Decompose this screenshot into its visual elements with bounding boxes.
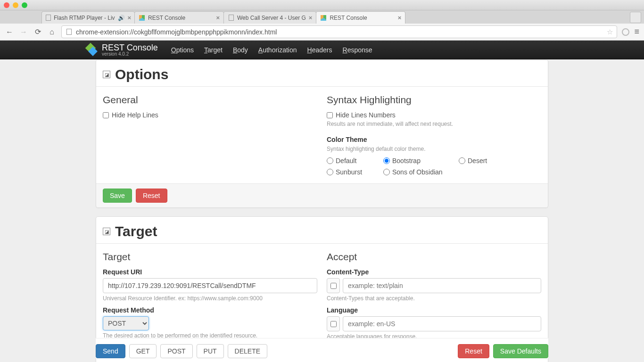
window-zoom-dot[interactable] xyxy=(22,2,27,8)
put-button[interactable]: PUT xyxy=(197,344,224,358)
collapse-icon[interactable]: ◪ xyxy=(103,228,110,235)
brand-title: REST Console xyxy=(102,43,158,52)
close-icon[interactable]: × xyxy=(398,14,402,21)
profile-icon[interactable] xyxy=(622,28,629,36)
home-icon[interactable]: ⌂ xyxy=(47,27,57,37)
theme-sons-of-obsidian[interactable]: Sons of Obsidian xyxy=(383,168,459,176)
request-uri-help: Universal Resource Identifier. ex: https… xyxy=(103,295,317,302)
tab-title: REST Console xyxy=(330,15,367,21)
collapse-icon[interactable]: ◪ xyxy=(103,71,110,78)
rest-console-icon xyxy=(139,15,145,21)
color-theme-label: Color Theme xyxy=(327,136,541,143)
reset-all-button[interactable]: Reset xyxy=(458,344,489,358)
tab-title: Web Call Server 4 - User G xyxy=(237,15,306,21)
theme-default[interactable]: Default xyxy=(327,157,383,165)
mac-titlebar xyxy=(0,0,644,10)
browser-tab[interactable]: Web Call Server 4 - User G × xyxy=(223,11,316,24)
accept-heading: Accept xyxy=(327,251,541,263)
browser-toolbar: ← → ⟳ ⌂ ☆ ≡ xyxy=(0,24,644,41)
address-bar[interactable]: ☆ xyxy=(61,25,617,38)
options-title: Options xyxy=(115,66,168,82)
audio-icon: 🔊 xyxy=(118,15,125,21)
nav-response[interactable]: Response xyxy=(343,46,372,54)
reset-button[interactable]: Reset xyxy=(136,189,167,203)
browser-tab[interactable]: REST Console × xyxy=(134,11,224,24)
page-icon xyxy=(228,15,234,21)
content-type-help: Content-Types that are acceptable. xyxy=(327,295,541,302)
content-type-input[interactable] xyxy=(343,278,541,293)
hide-help-lines-input[interactable] xyxy=(103,112,109,118)
target-title: Target xyxy=(115,223,157,239)
browser-tabstrip: Flash RTMP Player - Liv 🔊 × REST Console… xyxy=(0,10,644,24)
nav-authorization[interactable]: Authorization xyxy=(258,46,297,54)
syntax-hint: Results are not immediate, will affect n… xyxy=(327,121,541,127)
tab-title: Flash RTMP Player - Liv xyxy=(54,15,115,21)
brand-logo-icon xyxy=(85,43,98,57)
browser-tab[interactable]: Flash RTMP Player - Liv 🔊 × xyxy=(41,11,135,24)
brand: REST Console version 4.0.2 xyxy=(85,43,158,57)
send-button[interactable]: Send xyxy=(96,344,125,358)
hide-help-lines-checkbox[interactable]: Hide Help Lines xyxy=(103,111,317,119)
request-uri-label: Request URI xyxy=(103,268,317,276)
close-icon[interactable]: × xyxy=(216,14,220,21)
target-heading: Target xyxy=(103,251,317,263)
nav-options[interactable]: Options xyxy=(171,46,194,54)
browser-tab[interactable]: REST Console × xyxy=(316,11,405,24)
get-button[interactable]: GET xyxy=(129,344,157,358)
chrome-menu-icon[interactable]: ≡ xyxy=(634,27,639,37)
color-theme-hint: Syntax highlighting default color theme. xyxy=(327,146,541,152)
options-panel: ◪ Options General Hide Help Lines Syntax… xyxy=(96,59,548,208)
theme-sunburst[interactable]: Sunburst xyxy=(327,168,383,176)
theme-desert[interactable]: Desert xyxy=(459,157,515,165)
rest-console-icon xyxy=(320,15,327,21)
nav-target[interactable]: Target xyxy=(204,46,223,54)
language-input[interactable] xyxy=(343,316,541,331)
action-bar: Send GET POST PUT DELETE Reset Save Defa… xyxy=(96,338,548,358)
reload-icon[interactable]: ⟳ xyxy=(33,27,42,37)
brand-version: version 4.0.2 xyxy=(102,52,158,57)
delete-button[interactable]: DELETE xyxy=(228,344,267,358)
nav-body[interactable]: Body xyxy=(233,46,248,54)
page-icon xyxy=(46,15,51,21)
hide-line-numbers-checkbox[interactable]: Hide Lines Numbers xyxy=(327,111,541,119)
nav-headers[interactable]: Headers xyxy=(307,46,332,54)
post-button[interactable]: POST xyxy=(160,344,192,358)
back-icon[interactable]: ← xyxy=(5,27,14,37)
general-heading: General xyxy=(103,94,317,106)
syntax-heading: Syntax Highlighting xyxy=(327,94,541,106)
content-type-label: Content-Type xyxy=(327,268,541,276)
forward-icon: → xyxy=(19,27,28,37)
language-enable-checkbox[interactable] xyxy=(330,321,337,327)
hide-line-numbers-input[interactable] xyxy=(327,112,333,118)
bookmark-icon[interactable]: ☆ xyxy=(607,28,613,36)
close-icon[interactable]: × xyxy=(128,14,132,21)
request-method-label: Request Method xyxy=(103,306,317,314)
app-navbar: REST Console version 4.0.2 Options Targe… xyxy=(0,41,644,59)
request-method-select[interactable]: POST xyxy=(103,316,149,330)
url-input[interactable] xyxy=(76,28,603,36)
window-close-dot[interactable] xyxy=(4,2,9,8)
window-minimize-dot[interactable] xyxy=(13,2,18,8)
content-type-enable-checkbox[interactable] xyxy=(330,283,337,289)
nav-links: Options Target Body Authorization Header… xyxy=(171,46,372,54)
theme-bootstrap[interactable]: Bootstrap xyxy=(383,157,459,165)
save-button[interactable]: Save xyxy=(103,189,132,203)
language-label: Language xyxy=(327,306,541,314)
page-icon xyxy=(66,29,72,35)
tab-title: REST Console xyxy=(148,15,185,21)
save-defaults-button[interactable]: Save Defaults xyxy=(493,344,548,358)
close-icon[interactable]: × xyxy=(309,14,313,21)
request-uri-input[interactable] xyxy=(103,278,317,293)
